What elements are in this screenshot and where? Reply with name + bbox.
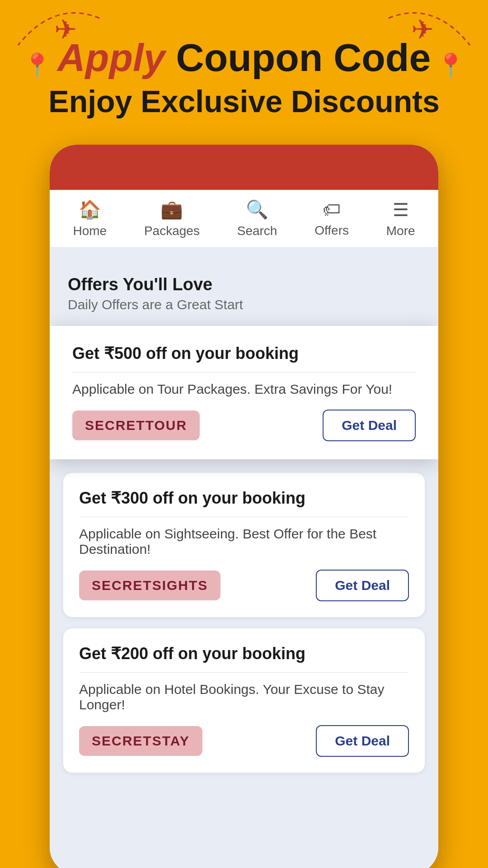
coupon-0-code[interactable]: SECRETTOUR — [72, 410, 200, 440]
offers-subtitle: Daily Offers are a Great Start — [68, 297, 420, 312]
coupon-2-code[interactable]: SECRETSTAY — [79, 726, 202, 756]
nav-more[interactable]: ☰ More — [386, 199, 415, 238]
title-apply: Apply — [57, 36, 165, 79]
phone-top-bar — [50, 145, 438, 190]
coupon-0-divider — [72, 372, 416, 373]
coupon-0-description: Applicable on Tour Packages. Extra Savin… — [72, 382, 416, 397]
nav-offers-label: Offers — [314, 223, 349, 238]
bottom-space — [50, 784, 438, 868]
phone-mockup: 🏠 Home 💼 Packages 🔍 Search 🏷 Offers ☰ Mo… — [50, 145, 438, 868]
offers-header: Offers You'll Love Daily Offers are a Gr… — [50, 261, 438, 326]
nav-offers[interactable]: 🏷 Offers — [314, 199, 349, 238]
nav-packages-label: Packages — [144, 224, 200, 238]
search-icon: 🔍 — [246, 199, 268, 220]
nav-home-label: Home — [73, 224, 107, 238]
nav-search-label: Search — [237, 224, 277, 238]
content-area: Offers You'll Love Daily Offers are a Gr… — [50, 248, 438, 868]
spacer-1 — [50, 459, 438, 473]
coupon-1-card: Get ₹300 off on your booking Applicable … — [63, 473, 425, 617]
coupon-1-code[interactable]: SECRETSIGHTS — [79, 571, 221, 600]
background: ✈ ✈ 📍 📍 Apply Coupon Code Enjoy Exclusiv… — [0, 0, 488, 868]
nav-more-label: More — [386, 224, 415, 238]
more-icon: ☰ — [393, 199, 409, 220]
coupon-1-footer: SECRETSIGHTS Get Deal — [79, 570, 409, 601]
coupon-2-card: Get ₹200 off on your booking Applicable … — [63, 628, 425, 773]
header-section: 📍 📍 Apply Coupon Code Enjoy Exclusive Di… — [0, 0, 488, 119]
nav-packages[interactable]: 💼 Packages — [144, 199, 200, 238]
coupon-1-divider — [79, 517, 409, 517]
coupon-2-get-deal-button[interactable]: Get Deal — [316, 725, 409, 757]
coupon-1-amount: Get ₹300 off on your booking — [79, 489, 409, 508]
pin-left-icon: 📍 — [23, 52, 52, 80]
main-title: Apply Coupon Code — [0, 36, 488, 79]
offers-icon: 🏷 — [323, 199, 341, 220]
nav-search[interactable]: 🔍 Search — [237, 199, 277, 238]
pin-right-icon: 📍 — [436, 52, 465, 80]
coupon-2-footer: SECRETSTAY Get Deal — [79, 725, 409, 757]
bottom-nav: 🏠 Home 💼 Packages 🔍 Search 🏷 Offers ☰ Mo… — [50, 190, 438, 248]
offers-title: Offers You'll Love — [68, 275, 420, 294]
coupon-2-divider — [79, 672, 409, 673]
home-icon: 🏠 — [79, 199, 101, 220]
coupon-1-description: Applicable on Sightseeing. Best Offer fo… — [79, 526, 409, 557]
coupon-2-description: Applicable on Hotel Bookings. Your Excus… — [79, 682, 409, 712]
main-subtitle: Enjoy Exclusive Discounts — [0, 84, 488, 119]
coupon-1-get-deal-button[interactable]: Get Deal — [316, 570, 409, 601]
coupon-0-amount: Get ₹500 off on your booking — [72, 344, 416, 363]
packages-icon: 💼 — [160, 199, 183, 220]
coupon-2-amount: Get ₹200 off on your booking — [79, 644, 409, 663]
coupon-0-get-deal-button[interactable]: Get Deal — [323, 410, 416, 441]
coupon-0-footer: SECRETTOUR Get Deal — [72, 410, 416, 441]
featured-coupon-card: Get ₹500 off on your booking Applicable … — [50, 326, 438, 459]
title-coupon: Coupon Code — [165, 36, 431, 79]
nav-home[interactable]: 🏠 Home — [73, 199, 107, 238]
